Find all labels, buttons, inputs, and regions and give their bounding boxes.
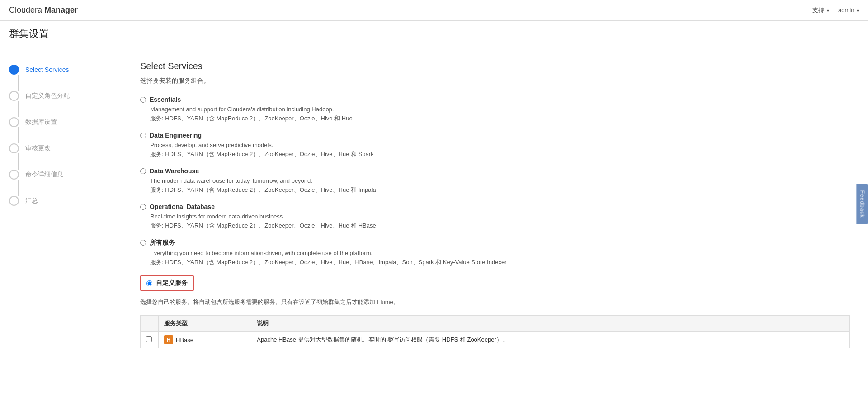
admin-arrow-icon: ▾ xyxy=(857,8,859,13)
option-desc-data-engineering: Process, develop, and serve predictive m… xyxy=(150,141,850,158)
sidebar-label-audit-changes: 审核更改 xyxy=(25,144,51,152)
sidebar-label-db-settings: 数据库设置 xyxy=(25,118,57,126)
option-operational-database: Operational Database Real-time insights … xyxy=(140,203,850,230)
step-circle-2 xyxy=(9,91,19,101)
main-layout: Select Services 自定义角色分配 数据库设置 审核更改 命令详细信… xyxy=(0,47,868,408)
sidebar-label-command-detail: 命令详细信息 xyxy=(25,171,63,179)
page-title-bar: 群集设置 xyxy=(0,21,868,47)
sidebar-label-select-services: Select Services xyxy=(25,66,69,73)
option-custom-highlight: 自定义服务 xyxy=(140,275,194,291)
option-desc2-essentials: 服务: HDFS、YARN（含 MapReduce 2）、ZooKeeper、O… xyxy=(150,115,353,122)
radio-custom-service[interactable] xyxy=(146,280,152,286)
option-desc2-all: 服务: HDFS、YARN（含 MapReduce 2）、ZooKeeper、O… xyxy=(150,259,506,266)
hbase-letter-icon: H xyxy=(164,335,173,344)
nav-right: 支持 ▾ admin ▾ xyxy=(812,6,859,14)
table-cell-checkbox xyxy=(141,332,159,348)
step-circle-3 xyxy=(9,117,19,127)
table-cell-service-name: H HBase xyxy=(159,332,251,348)
table-header-desc: 说明 xyxy=(251,316,850,332)
option-row-data-engineering: Data Engineering xyxy=(140,132,850,139)
app-logo: Cloudera Manager xyxy=(9,5,78,15)
admin-menu[interactable]: admin ▾ xyxy=(838,7,859,14)
option-row-essentials: Essentials xyxy=(140,96,850,103)
option-label-essentials[interactable]: Essentials xyxy=(150,96,181,103)
option-desc-data-warehouse: The modern data warehouse for today, tom… xyxy=(150,176,850,194)
option-label-operational-database[interactable]: Operational Database xyxy=(150,203,215,210)
feedback-tab[interactable]: Feedback xyxy=(857,184,868,224)
content-inner: Select Services 选择要安装的服务组合。 Essentials M… xyxy=(122,47,868,362)
sidebar-label-summary: 汇总 xyxy=(25,197,38,205)
option-desc-essentials: Management and support for Cloudera's di… xyxy=(150,105,850,123)
option-desc1-de: Process, develop, and serve predictive m… xyxy=(150,142,273,148)
radio-data-warehouse[interactable] xyxy=(140,168,146,174)
option-group-custom: 自定义服务 选择您自己的服务。将自动包含所选服务需要的服务。只有在设置了初始群集… xyxy=(140,275,850,306)
option-data-engineering: Data Engineering Process, develop, and s… xyxy=(140,132,850,158)
custom-desc: 选择您自己的服务。将自动包含所选服务需要的服务。只有在设置了初始群集之后才能添加… xyxy=(140,298,850,306)
step-circle-5 xyxy=(9,170,19,180)
option-desc2-dw: 服务: HDFS、YARN（含 MapReduce 2）、ZooKeeper、O… xyxy=(150,186,376,193)
step-circle-6 xyxy=(9,196,19,206)
option-desc2-od: 服务: HDFS、YARN（含 MapReduce 2）、ZooKeeper、O… xyxy=(150,222,376,229)
radio-essentials[interactable] xyxy=(140,97,146,103)
support-arrow-icon: ▾ xyxy=(827,8,829,13)
radio-all-services[interactable] xyxy=(140,240,146,246)
option-label-all-services[interactable]: 所有服务 xyxy=(150,239,175,247)
option-desc1-all: Everything you need to become informatio… xyxy=(150,250,373,256)
hbase-name-label: HBase xyxy=(176,337,193,343)
option-label-data-engineering[interactable]: Data Engineering xyxy=(150,132,202,139)
service-table: 服务类型 说明 H HBase xyxy=(140,315,850,348)
sidebar-item-role-assignment[interactable]: 自定义角色分配 xyxy=(0,83,122,109)
option-label-data-warehouse[interactable]: Data Warehouse xyxy=(150,167,199,175)
option-row-operational-database: Operational Database xyxy=(140,203,850,210)
option-desc-all-services: Everything you need to become informatio… xyxy=(150,249,850,266)
sidebar-item-command-detail[interactable]: 命令详细信息 xyxy=(0,161,122,188)
hbase-service-icon: H HBase xyxy=(164,335,193,344)
support-menu[interactable]: 支持 ▾ xyxy=(812,6,829,14)
option-label-custom[interactable]: 自定义服务 xyxy=(156,279,188,287)
table-header-service: 服务类型 xyxy=(159,316,251,332)
option-all-services: 所有服务 Everything you need to become infor… xyxy=(140,239,850,266)
service-checkbox-hbase[interactable] xyxy=(146,336,152,342)
support-label: 支持 xyxy=(812,7,824,14)
sidebar-item-audit-changes[interactable]: 审核更改 xyxy=(0,135,122,161)
option-desc1-od: Real-time insights for modern data-drive… xyxy=(150,213,284,220)
option-desc1-dw: The modern data warehouse for today, tom… xyxy=(150,177,312,184)
admin-label: admin xyxy=(838,7,854,14)
option-desc1-essentials: Management and support for Cloudera's di… xyxy=(150,106,334,113)
option-data-warehouse: Data Warehouse The modern data warehouse… xyxy=(140,167,850,194)
sidebar-item-select-services[interactable]: Select Services xyxy=(0,57,122,83)
option-row-data-warehouse: Data Warehouse xyxy=(140,167,850,175)
table-header-row: 服务类型 说明 xyxy=(141,316,850,332)
sidebar-label-role-assignment: 自定义角色分配 xyxy=(25,92,70,100)
table-row: H HBase Apache HBase 提供对大型数据集的随机、实时的读/写访… xyxy=(141,332,850,348)
top-nav: Cloudera Manager 支持 ▾ admin ▾ xyxy=(0,0,868,21)
sidebar: Select Services 自定义角色分配 数据库设置 审核更改 命令详细信… xyxy=(0,47,122,408)
option-desc2-de: 服务: HDFS、YARN（含 MapReduce 2）、ZooKeeper、O… xyxy=(150,151,374,157)
sidebar-item-db-settings[interactable]: 数据库设置 xyxy=(0,109,122,135)
option-row-all-services: 所有服务 xyxy=(140,239,850,247)
app-title-bold: Manager xyxy=(44,5,78,14)
radio-operational-database[interactable] xyxy=(140,204,146,210)
content-subtitle: 选择要安装的服务组合。 xyxy=(140,77,850,85)
radio-data-engineering[interactable] xyxy=(140,133,146,138)
table-cell-desc: Apache HBase 提供对大型数据集的随机、实时的读/写访问权限（需要 H… xyxy=(251,332,850,348)
step-circle-1 xyxy=(9,65,19,75)
option-desc-operational-database: Real-time insights for modern data-drive… xyxy=(150,212,850,230)
content-area: Select Services 选择要安装的服务组合。 Essentials M… xyxy=(122,47,868,408)
page-title: 群集设置 xyxy=(9,27,859,41)
option-essentials: Essentials Management and support for Cl… xyxy=(140,96,850,123)
sidebar-item-summary[interactable]: 汇总 xyxy=(0,188,122,214)
content-title: Select Services xyxy=(140,61,850,71)
step-circle-4 xyxy=(9,143,19,153)
table-header-checkbox xyxy=(141,316,159,332)
